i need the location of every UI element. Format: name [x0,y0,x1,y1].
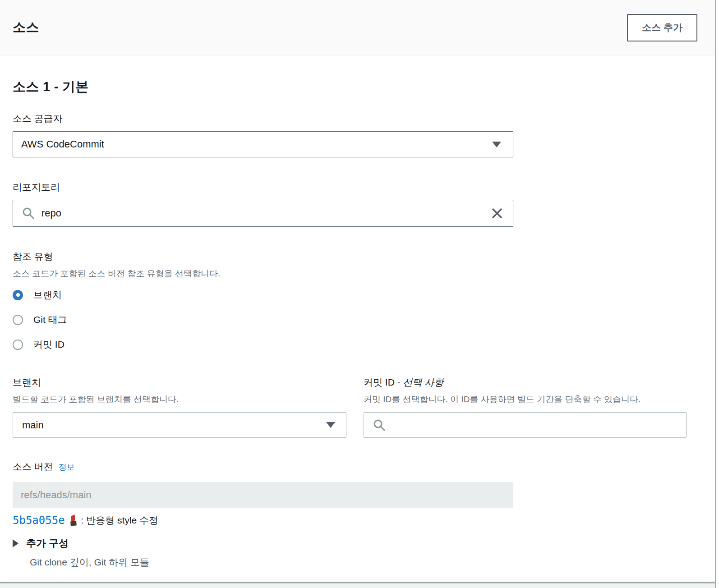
commit-message: : 반응형 style 수정 [81,514,159,527]
source-provider-select[interactable]: AWS CodeCommit [13,131,513,157]
page-title: 소스 [13,18,39,37]
source-version-input: refs/heads/main [13,482,513,508]
source-version-label: 소스 버전 [13,460,53,473]
radio-option-commit-id[interactable]: 커밋 ID [13,338,702,351]
additional-config-expander[interactable]: 추가 구성 [13,537,702,550]
clear-icon[interactable] [491,207,503,219]
reference-type-label: 참조 유형 [13,250,702,263]
source-version-value: refs/heads/main [21,489,92,501]
branch-commit-columns: 브랜치 빌드할 코드가 포함된 브랜치를 선택합니다. main 커밋 ID -… [13,376,702,438]
additional-config-label: 추가 구성 [26,537,69,550]
search-icon [373,419,386,432]
source-provider-value: AWS CodeCommit [21,138,104,150]
commit-id-description: 커밋 ID를 선택합니다. 이 ID를 사용하면 빌드 기간을 단축할 수 있습… [364,394,687,405]
chevron-down-icon [492,142,501,147]
label-separator: - [395,377,403,387]
radio-option-label: 커밋 ID [33,338,65,351]
section-title: 소스 1 - 기본 [13,78,702,96]
commit-id-search-input[interactable] [364,412,687,438]
radio-option-branch[interactable]: 브랜치 [13,289,702,301]
add-source-button[interactable]: 소스 추가 [627,14,697,41]
radio-button-icon [13,315,23,325]
radio-button-icon [13,340,23,350]
source-panel: 소스 소스 추가 소스 1 - 기본 소스 공급자 AWS CodeCommit… [0,0,715,583]
branch-description: 빌드할 코드가 포함된 브랜치를 선택합니다. [13,394,346,405]
branch-select[interactable]: main [13,412,346,438]
panel-content: 소스 1 - 기본 소스 공급자 AWS CodeCommit 리포지토리 re… [0,78,715,569]
radio-button-icon [13,290,23,300]
search-icon [22,207,35,220]
lipstick-emoji-icon [69,514,78,527]
reference-type-radio-group: 브랜치 Git 태그 커밋 ID [13,289,702,351]
branch-field: 브랜치 빌드할 코드가 포함된 브랜치를 선택합니다. main [13,376,346,438]
commit-hash-link[interactable]: 5b5a055e [13,514,65,527]
radio-option-label: 브랜치 [33,289,62,301]
source-provider-label: 소스 공급자 [13,112,702,125]
branch-label: 브랜치 [13,376,346,389]
radio-option-git-tag[interactable]: Git 태그 [13,313,702,326]
reference-type-description: 소스 코드가 포함된 소스 버전 참조 유형을 선택합니다. [13,268,702,280]
commit-info-row: 5b5a055e : 반응형 style 수정 [13,514,702,527]
branch-value: main [22,419,44,431]
repository-label: 리포지토리 [13,181,702,193]
commit-id-field: 커밋 ID - 선택 사항 커밋 ID를 선택합니다. 이 ID를 사용하면 빌… [364,376,687,438]
scrollbar[interactable] [715,0,719,588]
repository-value: repo [41,207,61,219]
additional-config-summary: Git clone 깊이, Git 하위 모듈 [30,556,702,569]
chevron-down-icon [326,422,335,428]
optional-label: 선택 사항 [403,377,444,387]
radio-option-label: Git 태그 [33,313,67,326]
panel-header: 소스 소스 추가 [0,0,715,55]
info-link[interactable]: 정보 [59,462,75,473]
repository-search-input[interactable]: repo [13,200,513,227]
triangle-right-icon [13,539,18,547]
commit-id-label: 커밋 ID - 선택 사항 [364,376,687,389]
source-version-label-row: 소스 버전 정보 [13,460,702,473]
